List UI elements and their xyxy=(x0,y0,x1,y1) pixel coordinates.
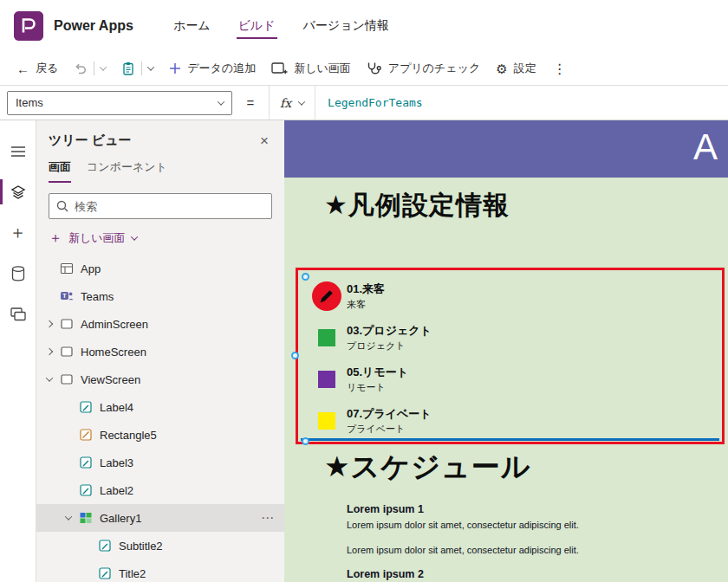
tree-item-viewscreen[interactable]: ViewScreen xyxy=(36,365,284,393)
add-data-button[interactable]: データの追加 xyxy=(161,55,263,81)
legend-item-text: 01.来客来客 xyxy=(347,281,385,311)
tree-item-label: Subtitle2 xyxy=(119,540,163,553)
paste-button[interactable] xyxy=(115,56,141,81)
tree-item-label: App xyxy=(81,262,101,275)
paste-dropdown[interactable] xyxy=(142,61,159,76)
tree-item-label2[interactable]: Label2 xyxy=(36,476,284,504)
item-more-options-icon[interactable]: ⋯ xyxy=(261,510,284,526)
app-control-icon xyxy=(57,262,76,275)
legend-color-swatch xyxy=(307,329,347,346)
tree-item-label: AdminScreen xyxy=(81,318,148,331)
legend-item-name: プロジェクト xyxy=(347,340,432,352)
chevron-down-icon xyxy=(100,63,107,70)
legend-item-name: リモート xyxy=(347,381,408,394)
close-icon[interactable]: × xyxy=(257,132,272,150)
power-apps-logo-icon[interactable] xyxy=(14,11,43,41)
settings-button[interactable]: ⚙ 設定 xyxy=(488,55,543,81)
formula-input[interactable]: LegendForTeams xyxy=(328,96,423,109)
undo-split-button xyxy=(68,56,112,81)
equals-sign: = xyxy=(232,95,269,110)
tab-screens[interactable]: 画面 xyxy=(49,159,71,183)
screen-control-icon xyxy=(57,372,76,386)
power-apps-studio: Power Apps ホーム ビルド バージョン情報 ← 戻る xyxy=(0,0,728,582)
new-screen-menu-button[interactable]: ＋ 新しい画面 xyxy=(36,226,284,255)
legend-gallery-item[interactable]: 01.来客来客 xyxy=(307,275,722,317)
schedule-title: Lorem ipsum 1 xyxy=(347,503,719,515)
fx-selector[interactable]: fx xyxy=(269,86,315,120)
tree-item-gallery1[interactable]: Gallery1⋯ xyxy=(36,504,284,532)
schedule-block: Lorem ipsum 1Lorem ipsum dolor sit amet,… xyxy=(347,503,719,580)
paste-clipboard-icon xyxy=(121,61,135,75)
tree-item-label: Rectangle5 xyxy=(100,429,157,442)
tree-panel-header: ツリー ビュー × xyxy=(36,120,284,154)
rail-hamburger-menu-icon[interactable] xyxy=(0,131,36,171)
nav-version-info[interactable]: バージョン情報 xyxy=(302,13,391,39)
tree-item-label: ViewScreen xyxy=(81,373,140,386)
formula-bar: Items = fx LegendForTeams xyxy=(0,86,728,120)
tree-item-label: Label2 xyxy=(100,484,133,497)
gallery-scroll-indicator xyxy=(301,438,719,441)
schedule-heading: ★スケジュール xyxy=(324,448,530,487)
selection-handle[interactable] xyxy=(291,352,299,359)
gallery-selection[interactable]: 01.来客来客03.プロジェクトプロジェクト05.リモートリモート07.プライベ… xyxy=(296,268,725,444)
legend-gallery-item[interactable]: 03.プロジェクトプロジェクト xyxy=(307,317,722,359)
paste-split-button xyxy=(115,56,159,81)
tree-item-rectangle5[interactable]: Rectangle5 xyxy=(36,421,284,449)
tree-item-label4[interactable]: Label4 xyxy=(36,393,284,421)
app-header-letter: A xyxy=(693,126,718,168)
legend-gallery-item[interactable]: 07.プライベートプライベート xyxy=(307,400,722,442)
rail-media-icon[interactable] xyxy=(0,294,36,334)
tree-item-label3[interactable]: Label3 xyxy=(36,449,284,476)
more-commands-button[interactable]: ⋮ xyxy=(544,57,575,81)
app-header-band: A xyxy=(284,120,728,178)
search-input[interactable] xyxy=(75,200,264,213)
stethoscope-icon xyxy=(367,61,382,75)
new-screen-button[interactable]: 新しい画面 xyxy=(263,55,359,81)
tree-view-panel: ツリー ビュー × 画面 コンポーネント ＋ 新しい画面 AppTTeamsAd… xyxy=(36,120,284,582)
tree-item-subtitle2[interactable]: Subtitle2 xyxy=(36,532,284,559)
nav-home[interactable]: ホーム xyxy=(172,13,212,39)
selection-handle[interactable] xyxy=(302,437,309,445)
undo-dropdown[interactable] xyxy=(94,61,112,76)
tree-item-adminscreen[interactable]: AdminScreen xyxy=(36,310,284,338)
chevron-down-icon xyxy=(147,63,154,70)
rail-tree-view-icon[interactable] xyxy=(0,171,36,212)
tree-item-app[interactable]: App xyxy=(36,255,284,282)
app-checker-button[interactable]: アプリのチェック xyxy=(359,55,488,81)
chevron-down-icon[interactable] xyxy=(42,377,57,382)
undo-button[interactable] xyxy=(68,56,94,81)
tree-item-teams[interactable]: TTeams xyxy=(36,282,284,310)
property-selector[interactable]: Items xyxy=(7,91,232,115)
chevron-down-icon[interactable] xyxy=(61,515,76,521)
label-control-icon xyxy=(76,456,95,469)
left-rail: ＋ xyxy=(0,120,36,582)
tree-panel-title: ツリー ビュー xyxy=(49,133,257,149)
selection-handle[interactable] xyxy=(302,273,309,281)
legend-color-swatch xyxy=(307,371,347,388)
tab-components[interactable]: コンポーネント xyxy=(87,159,167,183)
chevron-right-icon[interactable] xyxy=(42,349,57,354)
screen-control-icon xyxy=(57,317,76,331)
canvas-screen[interactable]: A ★凡例設定情報 01.来客来客03.プロジェクトプロジェクト05.リモートリ… xyxy=(284,120,728,582)
legend-heading: ★凡例設定情報 xyxy=(324,188,510,223)
tree-list: AppTTeamsAdminScreenHomeScreenViewScreen… xyxy=(36,255,284,582)
settings-label: 設定 xyxy=(514,61,536,76)
rectangle-control-icon xyxy=(76,428,95,442)
chevron-down-icon xyxy=(218,98,224,105)
legend-item-text: 05.リモートリモート xyxy=(347,365,408,394)
rail-insert-plus-icon[interactable]: ＋ xyxy=(0,212,36,253)
rail-data-sources-icon[interactable] xyxy=(0,253,36,294)
tree-panel-tabs: 画面 コンポーネント xyxy=(36,154,284,183)
legend-gallery-item[interactable]: 05.リモートリモート xyxy=(307,359,722,400)
search-box[interactable] xyxy=(49,193,272,219)
back-button[interactable]: ← 戻る xyxy=(9,55,66,81)
new-screen-icon xyxy=(271,62,288,75)
legend-item-text: 07.プライベートプライベート xyxy=(347,406,432,436)
nav-build[interactable]: ビルド xyxy=(237,13,277,39)
chevron-down-icon xyxy=(298,98,305,105)
schedule-body: Lorem ipsum dolor sit amet, consectetur … xyxy=(347,545,719,555)
tree-item-title2[interactable]: Title2 xyxy=(36,559,284,582)
chevron-right-icon[interactable] xyxy=(42,321,57,327)
tree-item-homescreen[interactable]: HomeScreen xyxy=(36,338,284,365)
tree-item-label: Label3 xyxy=(100,456,133,469)
